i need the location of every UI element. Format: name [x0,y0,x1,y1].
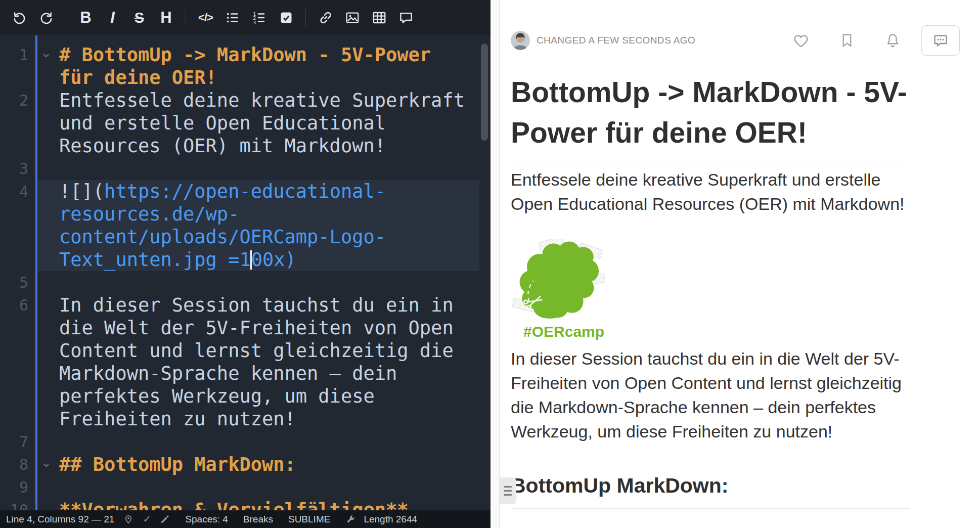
insert-table-button[interactable] [366,0,392,35]
spaces-setting[interactable]: Spaces: 4 [185,514,228,525]
doc-title: BottomUp -> MarkDown - 5V-Power für dein… [511,72,910,161]
editor-line[interactable]: 3 [0,157,491,180]
statusbar: Line 4, Columns 92 — 21 ✓ Spaces: 4 Brea… [0,510,491,528]
line-number: 2 [0,89,28,157]
code-button[interactable]: </> [192,0,219,35]
strikethrough-icon: S [135,10,144,26]
pin-icon[interactable] [123,514,133,524]
fold-gutter [28,499,59,510]
code-span: ## BottomUp MarkDown: [59,454,296,475]
image-icon [345,10,360,25]
chevron-down-icon: › [38,461,55,469]
logo-caption: #OERcamp [523,323,607,340]
code-span: ![]( [59,181,104,202]
bold-icon: B [80,9,91,27]
pane-split-divider[interactable] [491,0,500,528]
line-number: 7 [0,430,28,453]
toolbar-divider [66,9,66,26]
section-heading: BottomUp MarkDown: [511,472,910,509]
redo-button[interactable] [33,0,60,35]
table-icon [372,10,387,25]
heading-button[interactable]: H [153,0,180,35]
editor-line[interactable]: 4![](https://open-educational-resources.… [0,180,491,271]
markdown-editor-app: B I S H </> 123 [0,0,980,528]
comments-panel-button[interactable] [921,25,960,56]
editor-toolbar: B I S H </> 123 [0,0,491,35]
insert-link-button[interactable] [312,0,339,35]
code-span: 00x) [251,249,296,271]
fold-gutter [28,294,59,430]
editor-line-text: # BottomUp -> MarkDown - 5V-Power für de… [59,43,474,89]
code-span: In dieser Session tauchst du ein in die … [59,294,465,430]
doc-length-text: Length 2644 [364,514,417,525]
editor-pane: B I S H </> 123 [0,0,491,528]
editor-line[interactable]: 2Entfessele deine kreative Superkraft un… [0,89,491,157]
line-number: 9 [0,476,28,499]
editor-line-text: ## BottomUp MarkDown: [59,453,474,476]
check-list-button[interactable] [273,0,299,35]
fold-gutter [28,180,59,271]
code-span: https://open-educational-resources.de/wp… [59,181,386,271]
undo-button[interactable] [6,0,33,35]
editor-scrollbar-thumb[interactable] [481,43,488,141]
checkbox-icon [279,11,293,25]
fold-toggle[interactable]: › [28,453,59,476]
cursor-position-text: Line 4, Columns 92 — 21 [6,514,114,525]
preview-header: CHANGED A FEW SECONDS AGO [500,0,980,56]
subscribe-button[interactable] [884,32,901,49]
code-span: Entfessele deine kreative Superkraft und… [59,90,476,157]
split-handle[interactable] [500,477,516,504]
wrench-icon[interactable] [345,514,355,524]
line-number: 3 [0,157,28,180]
editor-line[interactable]: 5 [0,271,491,294]
code-icon: </> [198,11,213,24]
text-cursor [250,250,252,270]
fold-gutter [28,476,59,499]
heading-icon: H [160,9,171,27]
linebreaks-setting[interactable]: Breaks [243,514,273,525]
editor-line[interactable]: 8›## BottomUp MarkDown: [0,453,491,476]
line-number: 10 [0,499,28,510]
user-avatar[interactable] [511,31,530,50]
chat-bubble-icon [932,32,949,49]
bullet-list-button[interactable] [219,0,246,35]
bookmark-icon [839,32,855,49]
comment-button[interactable] [392,0,419,35]
bold-button[interactable]: B [72,0,99,35]
editor-line[interactable]: 6In dieser Session tauchst du ein in die… [0,294,491,430]
line-number: 1 [0,43,28,89]
strikethrough-button[interactable]: S [126,0,153,35]
editor-line[interactable]: 9 [0,476,491,499]
gutter-accent-line [35,35,37,510]
editor-line-text [59,430,474,453]
svg-text:3: 3 [253,20,256,25]
code-span: **Verwahren & Vervielfältigen** [59,499,409,510]
bookmark-button[interactable] [839,32,855,49]
italic-button[interactable]: I [99,0,126,35]
fold-toggle[interactable]: › [28,43,59,89]
chevron-down-icon: › [38,51,55,60]
fold-gutter [28,89,59,157]
editor-line[interactable]: 7 [0,430,491,453]
editor-line-text: In dieser Session tauchst du ein in die … [59,294,474,430]
line-number: 5 [0,271,28,294]
insert-image-button[interactable] [339,0,366,35]
bell-icon [884,32,901,49]
check-icon[interactable]: ✓ [143,513,151,525]
intro-parag: Entfessele deine kreative Superkraft und… [511,167,910,216]
keymap-setting[interactable]: SUBLIME [288,514,330,525]
fold-gutter [28,157,59,180]
editor-line[interactable]: 1›# BottomUp -> MarkDown - 5V-Power für … [0,43,491,89]
preview-pane: CHANGED A FEW SECONDS AGO [500,0,980,528]
code-editor[interactable]: 1›# BottomUp -> MarkDown - 5V-Power für … [0,35,491,510]
brush-icon[interactable] [160,514,170,524]
editor-line-text [59,476,474,499]
handle-bar [504,494,512,496]
rendered-markdown: BottomUp -> MarkDown - 5V-Power für dein… [500,72,910,509]
toolbar-divider [186,9,186,26]
editor-line[interactable]: 10**Verwahren & Vervielfältigen** [0,499,491,510]
numbered-list-icon: 123 [252,10,267,25]
editor-line-text [59,271,474,294]
like-button[interactable] [792,32,810,49]
numbered-list-button[interactable]: 123 [246,0,273,35]
